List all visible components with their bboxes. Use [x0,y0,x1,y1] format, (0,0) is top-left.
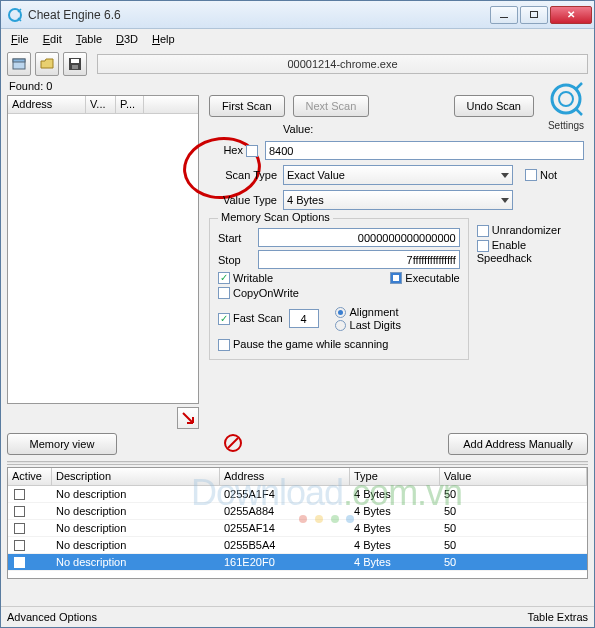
value-label: Value: [283,123,317,135]
alignment-radio[interactable]: Alignment [335,306,401,318]
th-description[interactable]: Description [52,468,220,485]
copyonwrite-checkbox[interactable]: CopyOnWrite [218,287,299,299]
splitter[interactable] [7,461,588,465]
add-to-list-button[interactable] [177,407,199,429]
svg-rect-4 [71,59,79,63]
menu-d3d[interactable]: D3D [110,31,144,47]
app-window: Cheat Engine 6.6 ✕ File Edit Table D3D H… [0,0,595,628]
th-address[interactable]: Address [220,468,350,485]
titlebar: Cheat Engine 6.6 ✕ [1,1,594,29]
menu-table[interactable]: Table [70,31,108,47]
minimize-button[interactable] [490,6,518,24]
advanced-options-button[interactable]: Advanced Options [7,611,527,623]
not-checkbox[interactable]: Not [525,169,557,181]
stop-icon[interactable] [223,433,243,455]
start-label: Start [218,232,252,244]
speedhack-checkbox[interactable]: Enable Speedhack [477,239,584,264]
executable-checkbox[interactable]: Executable [390,272,459,284]
first-scan-button[interactable]: First Scan [209,95,285,117]
settings-label: Settings [544,120,588,131]
table-row[interactable]: No description0255A1F44 Bytes50 [8,486,587,503]
pause-checkbox[interactable]: Pause the game while scanning [218,338,388,351]
fastscan-checkbox[interactable]: Fast Scan [218,312,283,325]
table-row[interactable]: No description161E20F04 Bytes50 [8,554,587,571]
svg-rect-2 [13,59,25,62]
scan-type-label: Scan Type [209,169,277,181]
value-type-select[interactable]: 4 Bytes [283,190,513,210]
active-checkbox[interactable] [14,523,25,534]
svg-point-6 [552,85,580,113]
scan-type-select[interactable]: Exact Value [283,165,513,185]
th-value[interactable]: Value [440,468,587,485]
value-input[interactable] [265,141,584,160]
menu-edit[interactable]: Edit [37,31,68,47]
menu-bar: File Edit Table D3D Help [1,29,594,49]
memory-scan-options: Memory Scan Options Start Stop Writable [209,218,469,360]
found-label: Found: 0 [7,79,199,95]
close-button[interactable]: ✕ [550,6,592,24]
open-process-button[interactable] [7,52,31,76]
menu-file[interactable]: File [5,31,35,47]
svg-line-9 [228,438,238,448]
mso-title: Memory Scan Options [218,211,333,223]
undo-scan-button[interactable]: Undo Scan [454,95,534,117]
address-table[interactable]: Active Description Address Type Value No… [7,467,588,579]
toolbar: 00001214-chrome.exe [1,49,594,79]
writable-checkbox[interactable]: Writable [218,272,273,284]
th-active[interactable]: Active [8,468,52,485]
settings-button[interactable]: Settings [544,79,588,131]
addrlist-header-address[interactable]: Address [8,96,86,113]
start-input[interactable] [258,228,460,247]
process-bar: 00001214-chrome.exe [97,54,588,74]
active-checkbox[interactable] [14,557,25,568]
table-row[interactable]: No description0255A8844 Bytes50 [8,503,587,520]
lastdigits-radio[interactable]: Last Digits [335,319,401,331]
th-type[interactable]: Type [350,468,440,485]
active-checkbox[interactable] [14,540,25,551]
hex-checkbox[interactable] [246,145,258,157]
value-type-label: Value Type [209,194,277,206]
next-scan-button: Next Scan [293,95,370,117]
unrandomizer-checkbox[interactable]: Unrandomizer [477,224,561,237]
status-bar: Advanced Options Table Extras [1,606,594,627]
stop-label: Stop [218,254,252,266]
menu-help[interactable]: Help [146,31,181,47]
address-list[interactable]: Address V... P... [7,95,199,404]
fastscan-input[interactable] [289,309,319,328]
maximize-button[interactable] [520,6,548,24]
table-extras-button[interactable]: Table Extras [527,611,588,623]
table-row[interactable]: No description0255AF144 Bytes50 [8,520,587,537]
add-address-manually-button[interactable]: Add Address Manually [448,433,588,455]
svg-rect-5 [72,65,78,69]
window-title: Cheat Engine 6.6 [28,8,488,22]
open-button[interactable] [35,52,59,76]
hex-label: Hex [209,144,261,157]
process-name: 00001214-chrome.exe [287,58,397,70]
active-checkbox[interactable] [14,506,25,517]
table-row[interactable]: No description0255B5A44 Bytes50 [8,537,587,554]
app-icon [7,7,23,23]
memory-view-button[interactable]: Memory view [7,433,117,455]
window-controls: ✕ [488,6,592,24]
active-checkbox[interactable] [14,489,25,500]
addrlist-header-value[interactable]: V... [86,96,116,113]
save-button[interactable] [63,52,87,76]
addrlist-header-prev[interactable]: P... [116,96,144,113]
svg-point-7 [559,92,573,106]
stop-input[interactable] [258,250,460,269]
